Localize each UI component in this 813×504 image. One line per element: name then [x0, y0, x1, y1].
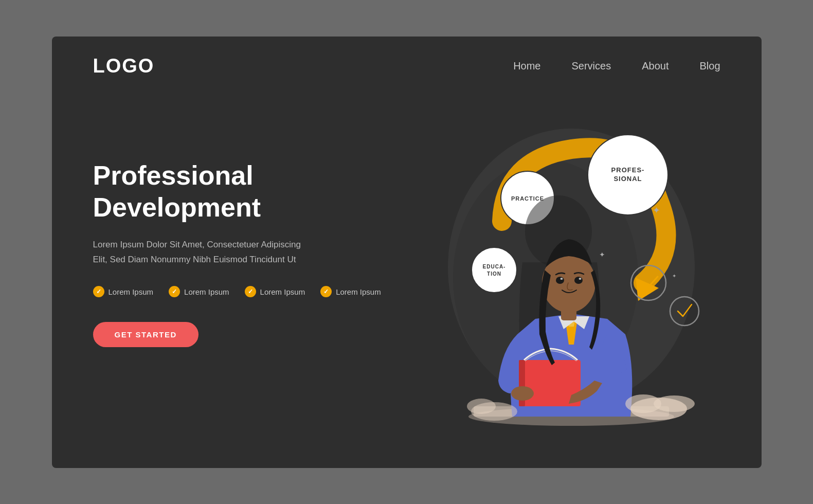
svg-point-31 [654, 395, 695, 412]
illustration-svg: PROFES- SIONAL PRACTICE EDUCA- TION ✦ ✦ … [422, 118, 720, 437]
svg-text:PROFES-: PROFES- [611, 166, 644, 174]
hero-title: Professional Development [93, 159, 402, 224]
right-section: PROFES- SIONAL PRACTICE EDUCA- TION ✦ ✦ … [422, 118, 720, 437]
svg-text:PRACTICE: PRACTICE [511, 195, 544, 202]
left-section: Professional Development Lorem Ipsum Dol… [93, 118, 402, 348]
svg-point-22 [511, 386, 534, 401]
main-content: Professional Development Lorem Ipsum Dol… [52, 87, 762, 468]
svg-text:✦: ✦ [672, 273, 676, 279]
svg-text:SIONAL: SIONAL [613, 175, 642, 183]
svg-point-25 [556, 277, 564, 284]
svg-point-27 [560, 278, 563, 280]
nav-link-blog[interactable]: Blog [699, 60, 720, 71]
svg-point-33 [467, 399, 496, 414]
nav-item-blog[interactable]: Blog [699, 60, 720, 72]
svg-text:EDUCA-: EDUCA- [482, 264, 505, 269]
page-wrapper: LOGO Home Services About Blog Profession… [52, 37, 762, 468]
checklist-item-3: ✓ Lorem Ipsum [245, 286, 305, 297]
checklist-label-3: Lorem Ipsum [260, 287, 305, 296]
checklist: ✓ Lorem Ipsum ✓ Lorem Ipsum ✓ Lorem Ipsu… [93, 286, 402, 297]
svg-text:TION: TION [487, 271, 501, 277]
checklist-label-1: Lorem Ipsum [109, 287, 154, 296]
check-icon-1: ✓ [93, 286, 104, 297]
svg-point-26 [574, 277, 583, 284]
nav-link-home[interactable]: Home [513, 60, 540, 71]
svg-point-28 [579, 278, 581, 280]
check-icon-3: ✓ [245, 286, 256, 297]
nav-item-home[interactable]: Home [513, 60, 540, 72]
checklist-item-4: ✓ Lorem Ipsum [320, 286, 381, 297]
logo: LOGO [93, 55, 155, 77]
svg-text:✦: ✦ [652, 205, 660, 215]
svg-text:✦: ✦ [599, 250, 605, 259]
check-icon-4: ✓ [320, 286, 332, 297]
checklist-label-2: Lorem Ipsum [184, 287, 229, 296]
checklist-item-1: ✓ Lorem Ipsum [93, 286, 154, 297]
checklist-item-2: ✓ Lorem Ipsum [169, 286, 229, 297]
nav-item-about[interactable]: About [642, 60, 669, 72]
cta-button[interactable]: GET STARTED [93, 322, 198, 347]
navbar: LOGO Home Services About Blog [52, 37, 762, 87]
hero-subtitle: Lorem Ipsum Dolor Sit Amet, Consectetuer… [93, 238, 402, 267]
nav-link-services[interactable]: Services [572, 60, 611, 71]
svg-point-8 [472, 247, 517, 293]
check-icon-2: ✓ [169, 286, 180, 297]
nav-link-about[interactable]: About [642, 60, 669, 71]
nav-links: Home Services About Blog [513, 60, 720, 72]
checklist-label-4: Lorem Ipsum [336, 287, 381, 296]
nav-item-services[interactable]: Services [572, 60, 611, 72]
